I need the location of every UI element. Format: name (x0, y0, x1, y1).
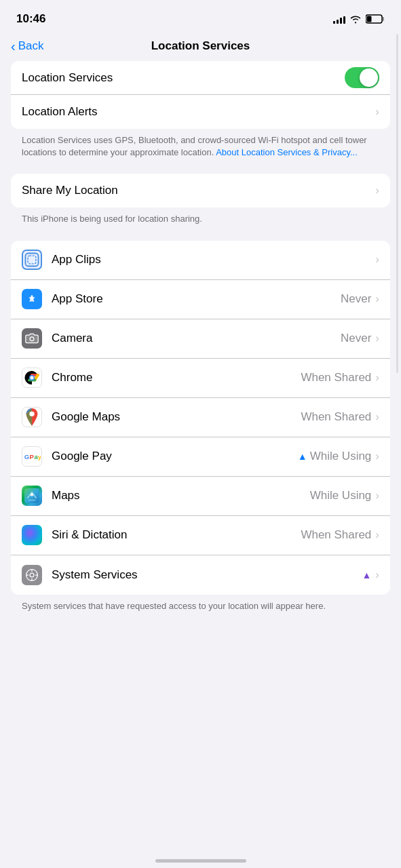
location-arrow-system: ▲ (362, 570, 371, 580)
app-icon-appclips (22, 250, 42, 270)
status-time: 10:46 (16, 12, 45, 26)
app-list-section: App Clips › A App Store Never › (11, 241, 390, 622)
app-name-appstore: App Store (52, 292, 341, 306)
svg-rect-3 (25, 254, 38, 267)
appstore-chevron: › (375, 292, 379, 306)
app-value-system: ▲ (362, 570, 371, 580)
location-alerts-chevron: › (375, 105, 379, 119)
back-button[interactable]: ‹ Back (11, 39, 43, 53)
app-value-appstore: Never (341, 292, 371, 306)
location-description: Location Services uses GPS, Bluetooth, a… (11, 129, 390, 168)
app-row-chrome[interactable]: Chrome When Shared › (11, 359, 390, 398)
gpay-chevron: › (375, 450, 379, 463)
app-icon-system (22, 565, 42, 585)
share-location-card: Share My Location › (11, 174, 390, 208)
location-arrow-gpay: ▲ (298, 451, 307, 462)
home-indicator (155, 859, 246, 863)
app-row-siri[interactable]: Siri & Dictation When Shared › (11, 516, 390, 555)
svg-rect-1 (383, 17, 385, 21)
share-footer: This iPhone is being used for location s… (11, 208, 390, 235)
app-icon-appstore: A (22, 289, 42, 309)
app-name-maps: Maps (52, 489, 310, 502)
nav-bar: ‹ Back Location Services (0, 34, 401, 61)
app-value-siri: When Shared (301, 528, 371, 542)
scroll-track (396, 34, 398, 373)
page-title: Location Services (151, 39, 250, 53)
app-row-appclips[interactable]: App Clips › (11, 241, 390, 280)
app-icon-maps (22, 486, 42, 506)
app-icon-gpay: G P a y (22, 446, 42, 467)
share-my-location-label: Share My Location (22, 184, 375, 197)
app-icon-siri (22, 525, 42, 545)
svg-point-16 (31, 493, 33, 496)
svg-text:G: G (24, 453, 29, 460)
app-value-maps: While Using (310, 489, 372, 502)
app-value-chrome: When Shared (301, 371, 371, 384)
share-my-location-row[interactable]: Share My Location › (11, 174, 390, 208)
app-row-system[interactable]: System Services ▲ › (11, 555, 390, 595)
svg-text:P: P (30, 453, 35, 460)
svg-text:y: y (38, 453, 41, 460)
back-chevron-icon: ‹ (11, 39, 16, 53)
share-location-chevron: › (375, 184, 379, 197)
app-value-camera: Never (341, 332, 371, 345)
app-icon-camera (22, 328, 42, 349)
location-services-toggle[interactable] (345, 67, 379, 88)
app-icon-gmaps (22, 407, 42, 427)
gmaps-chevron: › (375, 410, 379, 424)
location-services-section: Location Services Location Alerts › Loca… (11, 61, 390, 168)
app-value-gpay: ▲ While Using (298, 450, 372, 463)
svg-point-10 (29, 412, 34, 416)
svg-rect-2 (367, 16, 372, 22)
svg-rect-4 (28, 256, 36, 264)
app-row-gpay[interactable]: G P a y Google Pay ▲ While Using › (11, 437, 390, 477)
appclips-chevron: › (375, 253, 379, 267)
app-name-gmaps: Google Maps (52, 410, 301, 424)
app-name-camera: Camera (52, 332, 341, 345)
svg-point-18 (30, 573, 34, 577)
signal-icon (333, 14, 345, 24)
app-name-appclips: App Clips (52, 253, 375, 267)
location-services-row[interactable]: Location Services (11, 61, 390, 95)
svg-text:A: A (29, 296, 35, 303)
app-list-card: App Clips › A App Store Never › (11, 241, 390, 595)
share-location-section: Share My Location › This iPhone is being… (11, 174, 390, 235)
app-icon-chrome (22, 368, 42, 388)
siri-chevron: › (375, 528, 379, 542)
app-value-gmaps: When Shared (301, 410, 371, 424)
app-name-siri: Siri & Dictation (52, 528, 301, 542)
camera-chevron: › (375, 332, 379, 345)
system-chevron: › (375, 568, 379, 582)
location-alerts-label: Location Alerts (22, 105, 375, 119)
system-footer: System services that have requested acce… (11, 595, 390, 622)
chrome-chevron: › (375, 371, 379, 384)
wifi-icon (349, 14, 362, 24)
maps-chevron: › (375, 489, 379, 502)
app-row-maps[interactable]: Maps While Using › (11, 477, 390, 516)
app-name-chrome: Chrome (52, 371, 301, 384)
status-icons (333, 14, 385, 24)
toggle-thumb (360, 68, 378, 87)
battery-icon (366, 14, 385, 24)
back-label: Back (18, 39, 44, 53)
status-bar: 10:46 (0, 0, 401, 34)
svg-point-9 (31, 376, 34, 380)
location-privacy-link[interactable]: About Location Services & Privacy... (216, 147, 358, 157)
app-row-appstore[interactable]: A App Store Never › (11, 280, 390, 319)
app-name-system: System Services (52, 568, 362, 582)
location-alerts-row[interactable]: Location Alerts › (11, 95, 390, 129)
app-row-camera[interactable]: Camera Never › (11, 319, 390, 359)
location-services-card: Location Services Location Alerts › (11, 61, 390, 129)
app-name-gpay: Google Pay (52, 450, 298, 463)
app-row-gmaps[interactable]: Google Maps When Shared › (11, 398, 390, 437)
location-services-label: Location Services (22, 71, 345, 85)
